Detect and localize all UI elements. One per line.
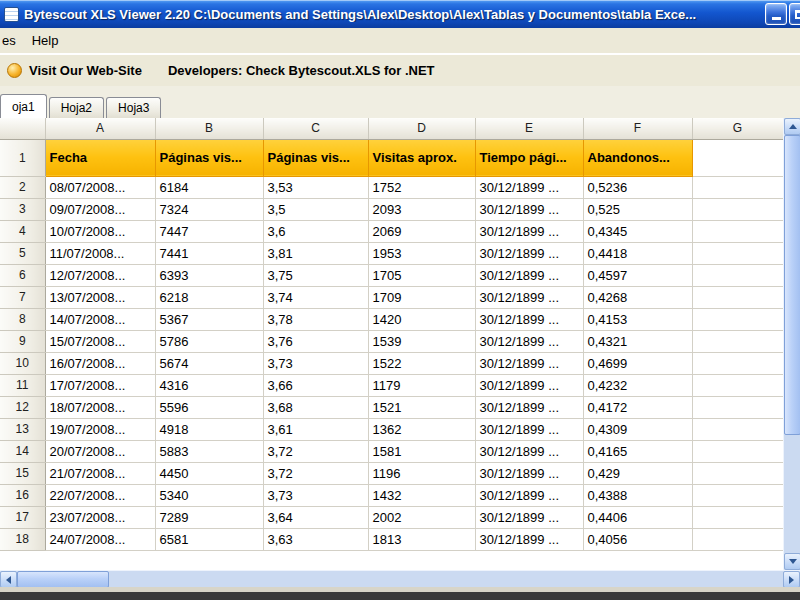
- sheet-cell[interactable]: 0,525: [583, 198, 692, 220]
- vertical-scrollbar[interactable]: [783, 118, 800, 570]
- sheet-cell[interactable]: 10/07/2008...: [45, 220, 155, 242]
- sheet-cell[interactable]: 1709: [368, 286, 475, 308]
- row-number[interactable]: 1: [0, 139, 45, 176]
- sheet-cell[interactable]: [692, 506, 783, 528]
- sheet-cell[interactable]: 0,4388: [583, 484, 692, 506]
- sheet-cell[interactable]: 0,4268: [583, 286, 692, 308]
- sheet-cell[interactable]: 0,4309: [583, 418, 692, 440]
- sheet-cell[interactable]: 3,74: [263, 286, 368, 308]
- sheet-cell[interactable]: [692, 198, 783, 220]
- sheet-cell[interactable]: 3,72: [263, 462, 368, 484]
- sheet-cell[interactable]: [692, 286, 783, 308]
- column-header-f[interactable]: F: [583, 118, 692, 139]
- sheet-cell[interactable]: [692, 176, 783, 198]
- sheet-cell[interactable]: 2002: [368, 506, 475, 528]
- sheet-cell[interactable]: 0,4232: [583, 374, 692, 396]
- sheet-cell[interactable]: 0,5236: [583, 176, 692, 198]
- sheet-cell[interactable]: 08/07/2008...: [45, 176, 155, 198]
- sheet-cell[interactable]: [692, 330, 783, 352]
- scroll-right-button[interactable]: [783, 571, 800, 588]
- sheet-cell[interactable]: 30/12/1899 ...: [475, 264, 583, 286]
- sheet-cell[interactable]: 3,53: [263, 176, 368, 198]
- sheet-cell[interactable]: 3,75: [263, 264, 368, 286]
- sheet-cell[interactable]: 3,64: [263, 506, 368, 528]
- sheet-cell[interactable]: 1953: [368, 242, 475, 264]
- sheet-cell[interactable]: [692, 220, 783, 242]
- sheet-cell[interactable]: 3,6: [263, 220, 368, 242]
- sheet-cell[interactable]: 5786: [155, 330, 263, 352]
- row-number[interactable]: 8: [0, 308, 45, 330]
- sheet-cell[interactable]: 5883: [155, 440, 263, 462]
- sheet-cell[interactable]: 30/12/1899 ...: [475, 528, 583, 550]
- developers-link[interactable]: Developers: Check Bytescout.XLS for .NET: [168, 63, 435, 78]
- sheet-cell[interactable]: 6393: [155, 264, 263, 286]
- sheet-cell[interactable]: 6218: [155, 286, 263, 308]
- row-number[interactable]: 7: [0, 286, 45, 308]
- row-number[interactable]: 2: [0, 176, 45, 198]
- sheet-cell[interactable]: 0,4699: [583, 352, 692, 374]
- menu-item-help[interactable]: Help: [24, 29, 67, 52]
- sheet-cell[interactable]: [692, 440, 783, 462]
- sheet-cell[interactable]: [692, 462, 783, 484]
- sheet-cell[interactable]: 1522: [368, 352, 475, 374]
- sheet-cell[interactable]: 5340: [155, 484, 263, 506]
- sheet-cell[interactable]: [692, 374, 783, 396]
- sheet-cell[interactable]: 1362: [368, 418, 475, 440]
- sheet-cell[interactable]: 30/12/1899 ...: [475, 374, 583, 396]
- sheet-cell[interactable]: 1420: [368, 308, 475, 330]
- sheet-cell[interactable]: 7289: [155, 506, 263, 528]
- column-header-e[interactable]: E: [475, 118, 583, 139]
- sheet-cell[interactable]: Páginas vis...: [263, 139, 368, 176]
- sheet-cell[interactable]: 30/12/1899 ...: [475, 220, 583, 242]
- sheet-cell[interactable]: 19/07/2008...: [45, 418, 155, 440]
- sheet-cell[interactable]: 7441: [155, 242, 263, 264]
- sheet-cell[interactable]: 7447: [155, 220, 263, 242]
- sheet-cell[interactable]: 1752: [368, 176, 475, 198]
- sheet-cell[interactable]: 1432: [368, 484, 475, 506]
- row-number[interactable]: 13: [0, 418, 45, 440]
- sheet-cell[interactable]: 4450: [155, 462, 263, 484]
- sheet-cell[interactable]: Fecha: [45, 139, 155, 176]
- sheet-cell[interactable]: 3,61: [263, 418, 368, 440]
- sheet-cell[interactable]: 1813: [368, 528, 475, 550]
- sheet-cell[interactable]: [692, 528, 783, 550]
- sheet-cell[interactable]: 5596: [155, 396, 263, 418]
- horizontal-scroll-thumb[interactable]: [17, 571, 109, 588]
- horizontal-scrollbar[interactable]: [0, 570, 800, 587]
- maximize-button[interactable]: [789, 3, 800, 25]
- sheet-cell[interactable]: 16/07/2008...: [45, 352, 155, 374]
- sheet-cell[interactable]: 0,4172: [583, 396, 692, 418]
- visit-website-link[interactable]: Visit Our Web-Site: [29, 63, 142, 78]
- scroll-down-button[interactable]: [784, 553, 800, 570]
- row-number[interactable]: 4: [0, 220, 45, 242]
- sheet-cell[interactable]: 3,68: [263, 396, 368, 418]
- sheet-cell[interactable]: 6581: [155, 528, 263, 550]
- row-number[interactable]: 11: [0, 374, 45, 396]
- select-all-corner[interactable]: [0, 118, 45, 139]
- row-number[interactable]: 14: [0, 440, 45, 462]
- sheet-cell[interactable]: 30/12/1899 ...: [475, 484, 583, 506]
- menu-item-files[interactable]: es: [0, 29, 24, 52]
- sheet-cell[interactable]: 17/07/2008...: [45, 374, 155, 396]
- sheet-cell[interactable]: 1196: [368, 462, 475, 484]
- sheet-cell[interactable]: 1179: [368, 374, 475, 396]
- sheet-cell[interactable]: 15/07/2008...: [45, 330, 155, 352]
- sheet-cell[interactable]: 0,4418: [583, 242, 692, 264]
- sheet-cell[interactable]: 4918: [155, 418, 263, 440]
- sheet-cell[interactable]: 3,66: [263, 374, 368, 396]
- column-header-a[interactable]: A: [45, 118, 155, 139]
- column-header-d[interactable]: D: [368, 118, 475, 139]
- tab-hoja3[interactable]: Hoja3: [106, 97, 161, 118]
- sheet-cell[interactable]: [692, 264, 783, 286]
- sheet-cell[interactable]: 1539: [368, 330, 475, 352]
- sheet-cell[interactable]: 30/12/1899 ...: [475, 286, 583, 308]
- sheet-cell[interactable]: [692, 139, 783, 176]
- sheet-cell[interactable]: 1581: [368, 440, 475, 462]
- row-number[interactable]: 15: [0, 462, 45, 484]
- row-number[interactable]: 10: [0, 352, 45, 374]
- scroll-up-button[interactable]: [784, 118, 800, 135]
- sheet-cell[interactable]: 1705: [368, 264, 475, 286]
- sheet-cell[interactable]: 3,73: [263, 484, 368, 506]
- sheet-cell[interactable]: 3,81: [263, 242, 368, 264]
- row-number[interactable]: 6: [0, 264, 45, 286]
